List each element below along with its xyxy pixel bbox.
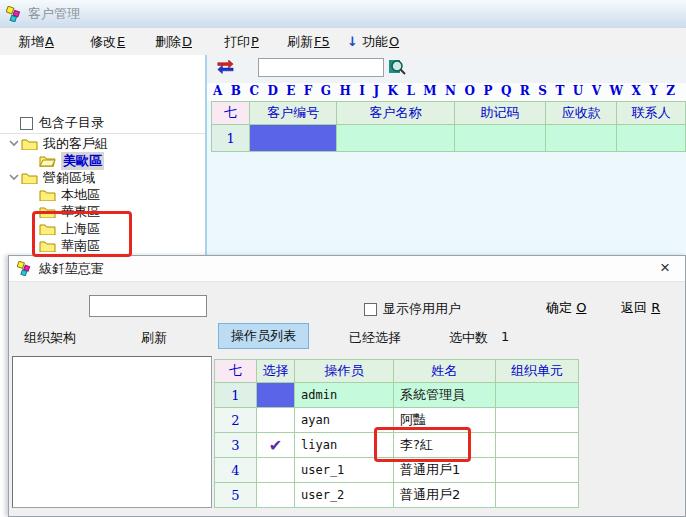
cell-receivables[interactable] xyxy=(546,125,618,152)
operator-filter-input[interactable] xyxy=(89,295,207,317)
tab-already-selected[interactable]: 已经选择 xyxy=(349,329,401,347)
show-disabled-option[interactable]: 显示停用用户 xyxy=(364,300,461,318)
col-header-operator[interactable]: 操作员 xyxy=(295,359,394,383)
alpha-letter[interactable]: X xyxy=(631,84,640,98)
cell-select[interactable] xyxy=(257,458,295,483)
org-structure-label: 组织架构 xyxy=(24,329,76,347)
cell-org-unit[interactable] xyxy=(496,408,579,433)
alpha-letter[interactable]: L xyxy=(406,84,414,98)
alpha-letter[interactable]: B xyxy=(231,84,241,98)
cell-name[interactable]: 系統管理員 xyxy=(394,383,496,408)
col-header-customer-name[interactable]: 客户名称 xyxy=(337,101,455,125)
chevron-down-icon[interactable] xyxy=(6,140,21,147)
tree-item-marketing-region[interactable]: 營銷區域 xyxy=(0,169,205,186)
cell-name-highlighted[interactable]: 李?紅 xyxy=(394,433,496,458)
row-number[interactable]: 4 xyxy=(214,458,257,483)
cell-mnemonic[interactable] xyxy=(455,125,546,152)
chevron-down-icon[interactable] xyxy=(6,174,21,181)
include-subdirs-checkbox[interactable] xyxy=(20,117,33,130)
cell-operator[interactable]: ayan xyxy=(295,408,394,433)
alpha-letter[interactable]: G xyxy=(321,84,331,98)
cell-org-unit[interactable] xyxy=(496,433,579,458)
toolbar-add-button[interactable]: 新增A xyxy=(18,28,54,55)
corner-header[interactable]: 七 xyxy=(211,101,250,125)
ok-button[interactable]: 确定 O xyxy=(546,298,586,318)
alpha-letter[interactable]: Y xyxy=(649,84,658,98)
toolbar-edit-button[interactable]: 修改E xyxy=(90,28,125,55)
search-input[interactable] xyxy=(258,58,384,77)
alpha-letter[interactable]: N xyxy=(445,84,456,98)
row-number[interactable]: 3 xyxy=(214,433,257,458)
alpha-letter[interactable]: V xyxy=(592,84,601,98)
cell-select-active[interactable] xyxy=(257,383,295,408)
cell-name[interactable]: 普通用戶2 xyxy=(394,483,496,508)
alpha-letter[interactable]: D xyxy=(267,84,277,98)
alpha-letter[interactable]: I xyxy=(359,84,365,98)
search-button[interactable] xyxy=(388,58,408,77)
back-button[interactable]: 返回 R xyxy=(621,298,660,318)
alpha-letter[interactable]: Z xyxy=(666,84,675,98)
operator-table-header: 七 选择 操作员 姓名 组织单元 xyxy=(214,359,579,383)
row-number[interactable]: 1 xyxy=(211,125,250,152)
alpha-letter[interactable]: M xyxy=(423,84,436,98)
include-subdirs-option[interactable]: 包含子目录 xyxy=(20,114,104,132)
toolbar-refresh-button[interactable]: 刷新F5 xyxy=(287,28,330,55)
cell-name[interactable]: 阿豔 xyxy=(394,408,496,433)
toolbar-print-button[interactable]: 打印P xyxy=(224,28,259,55)
cell-select-checked[interactable]: ✔ xyxy=(257,433,295,458)
toolbar-delete-button[interactable]: 删除D xyxy=(155,28,192,55)
col-header-name[interactable]: 姓名 xyxy=(394,359,496,383)
cell-customer-id-selected[interactable] xyxy=(250,125,337,152)
alpha-letter[interactable]: Q xyxy=(501,84,511,98)
alpha-letter[interactable]: U xyxy=(573,84,583,98)
tree-item-huanan-region[interactable]: 華南區 xyxy=(0,237,205,254)
tree-item-shanghai-region[interactable]: 上海區 xyxy=(0,220,205,237)
toolbar-function-button[interactable]: ↓功能O xyxy=(347,28,399,55)
cell-org-unit[interactable] xyxy=(496,458,579,483)
alpha-letter[interactable]: R xyxy=(520,84,530,98)
cell-select[interactable] xyxy=(257,408,295,433)
sync-arrows-icon[interactable] xyxy=(216,60,236,77)
col-header-select[interactable]: 选择 xyxy=(257,359,295,383)
cell-operator[interactable]: admin xyxy=(295,383,394,408)
cell-org-unit[interactable] xyxy=(496,483,579,508)
cell-select[interactable] xyxy=(257,483,295,508)
refresh-link[interactable]: 刷新 xyxy=(141,329,167,347)
tree-item-meiouqu[interactable]: 美歐區 xyxy=(0,152,205,169)
alpha-letter[interactable]: H xyxy=(340,84,351,98)
alpha-letter[interactable]: J xyxy=(373,84,379,98)
alpha-letter[interactable]: W xyxy=(609,84,622,98)
row-number[interactable]: 2 xyxy=(214,408,257,433)
col-header-mnemonic[interactable]: 助记码 xyxy=(455,101,546,125)
cell-operator[interactable]: liyan xyxy=(295,433,394,458)
row-number[interactable]: 1 xyxy=(214,383,257,408)
alpha-letter[interactable]: C xyxy=(249,84,259,98)
alpha-letter[interactable]: A xyxy=(213,84,222,98)
cell-org-unit[interactable] xyxy=(496,383,579,408)
cell-name[interactable]: 普通用戶1 xyxy=(394,458,496,483)
cell-operator[interactable]: user_1 xyxy=(295,458,394,483)
cell-operator[interactable]: user_2 xyxy=(295,483,394,508)
org-structure-listbox[interactable] xyxy=(12,356,212,508)
close-icon[interactable]: × xyxy=(655,258,675,278)
alpha-letter[interactable]: S xyxy=(538,84,547,98)
alpha-letter[interactable]: K xyxy=(388,84,398,98)
cell-contact[interactable] xyxy=(617,125,686,152)
alpha-letter[interactable]: O xyxy=(465,84,475,98)
col-header-contact[interactable]: 联系人 xyxy=(617,101,686,125)
tree-item-my-customer-group[interactable]: 我的客戶組 xyxy=(0,135,205,152)
tree-item-huadong-region[interactable]: 華東區 xyxy=(0,203,205,220)
show-disabled-checkbox[interactable] xyxy=(364,303,377,316)
col-header-customer-id[interactable]: 客户编号 xyxy=(250,101,337,125)
alpha-letter[interactable]: F xyxy=(304,84,313,98)
corner-header[interactable]: 七 xyxy=(214,359,257,383)
col-header-receivables[interactable]: 应收款 xyxy=(546,101,618,125)
row-number[interactable]: 5 xyxy=(214,483,257,508)
cell-customer-name[interactable] xyxy=(337,125,455,152)
tab-operator-list[interactable]: 操作员列表 xyxy=(218,323,309,349)
alpha-letter[interactable]: E xyxy=(286,84,295,98)
col-header-org-unit[interactable]: 组织单元 xyxy=(496,359,579,383)
alpha-letter[interactable]: P xyxy=(483,84,492,98)
alpha-letter[interactable]: T xyxy=(555,84,564,98)
tree-item-local-region[interactable]: 本地區 xyxy=(0,186,205,203)
